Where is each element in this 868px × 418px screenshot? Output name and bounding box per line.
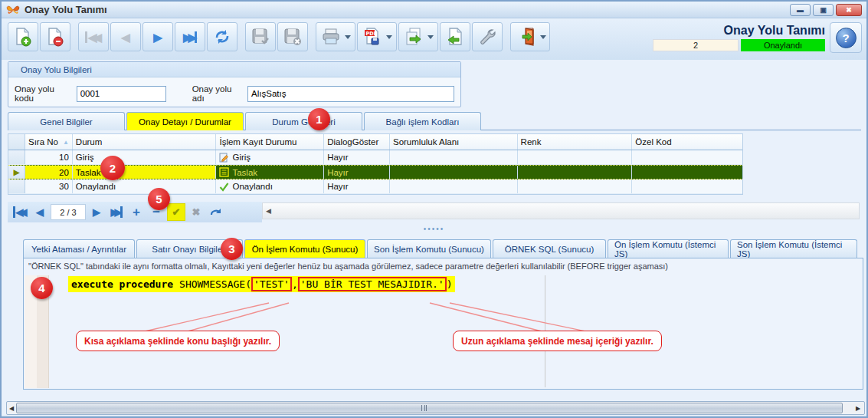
approval-path-info-group: Onay Yolu Bilgileri Onay yolu kodu Onay …: [8, 61, 461, 107]
print-dropdown-icon[interactable]: [345, 35, 351, 39]
annotation-step-5: 5: [148, 188, 170, 210]
app-window: Onay Yolu Tanımı ▬ ▣ ✖: [0, 0, 868, 418]
splitter-grip-icon: •••••: [424, 228, 445, 231]
save-cancel-button[interactable]: [277, 22, 308, 51]
tab-son-islem-sunucu[interactable]: Son İşlem Komutu (Sunucu): [367, 239, 491, 258]
nav-previous-button[interactable]: ◀: [31, 203, 49, 221]
code-arg-title: 'TEST': [251, 277, 292, 291]
sort-asc-icon: ▲: [63, 139, 69, 146]
nav-refresh-button[interactable]: [207, 203, 225, 221]
tab-on-islem-istemci[interactable]: Ön İşlem Komutu (İstemci JS): [608, 239, 729, 258]
panel-splitter[interactable]: •••••: [2, 224, 866, 235]
annotation-step-2: 2: [100, 156, 125, 180]
grid-horizontal-scrollbar[interactable]: ◀: [262, 202, 860, 219]
code-keyword: execute procedure: [71, 278, 173, 290]
close-icon: ✖: [846, 6, 852, 14]
nav-post-button[interactable]: ✔: [167, 203, 185, 221]
check-icon: [219, 182, 229, 192]
save-confirm-icon: [251, 27, 270, 47]
previous-record-icon: ◀: [121, 31, 130, 43]
nav-previous-icon: ◀: [36, 206, 44, 218]
delete-record-icon: [46, 27, 64, 47]
minimize-button[interactable]: ▬: [790, 4, 811, 16]
tab-ornek-sql[interactable]: ÖRNEK SQL (Sunucu): [493, 239, 606, 258]
nav-last-button[interactable]: ▶▶: [107, 203, 126, 221]
titlebar: Onay Yolu Tanımı ▬ ▣ ✖: [2, 2, 866, 18]
record-count-box: 2: [653, 39, 739, 51]
previous-record-button[interactable]: ◀: [110, 22, 141, 51]
name-input[interactable]: [247, 86, 454, 102]
last-record-button[interactable]: ▶▶: [175, 22, 205, 51]
grid-row-onaylandi[interactable]: 30 Onaylandı Onaylandı Hayır: [8, 179, 742, 194]
first-record-button[interactable]: ◀◀: [78, 22, 109, 51]
pdf-icon: PDF: [362, 27, 382, 47]
nav-next-icon: ▶: [93, 206, 100, 218]
maximize-icon: ▣: [820, 6, 827, 14]
copy-record-button[interactable]: [398, 22, 438, 51]
maximize-button[interactable]: ▣: [813, 4, 834, 16]
exit-button[interactable]: [510, 22, 550, 51]
tab-durum-gecisleri[interactable]: Durum Geçişleri: [245, 112, 362, 130]
annotation-step-3: 3: [221, 238, 243, 260]
tab-son-islem-istemci[interactable]: Son İşlem Komutu (İstemci JS): [730, 239, 857, 258]
exit-door-icon: [515, 27, 536, 47]
print-icon: [321, 28, 341, 46]
print-button[interactable]: [316, 22, 355, 51]
confirm-check-icon: ✔: [172, 206, 181, 218]
nav-insert-button[interactable]: +: [127, 203, 146, 221]
wrench-icon: [478, 28, 496, 46]
scroll-left-icon: ◀: [266, 207, 271, 215]
scrollbar-thumb[interactable]: [16, 403, 843, 413]
tab-bagli-islem-kodlari[interactable]: Bağlı işlem Kodları: [364, 112, 481, 130]
grid-header: Sıra No▲ Durum İşlem Kayıt Durumu Dialog…: [8, 134, 742, 150]
close-button[interactable]: ✖: [836, 4, 862, 16]
editor-description: "ÖRNEK SQL" tabındaki ile aynı formatta …: [28, 262, 668, 271]
import-record-button[interactable]: [440, 22, 470, 51]
nav-first-button[interactable]: ◀◀: [11, 203, 29, 221]
svg-text:PDF: PDF: [365, 31, 377, 37]
nav-position: 2 / 3: [51, 204, 86, 220]
delete-record-button[interactable]: [40, 22, 70, 51]
sql-command-line[interactable]: execute procedureSHOWMESSAGE('TEST','BU …: [68, 278, 455, 290]
export-pdf-button[interactable]: PDF: [357, 22, 397, 51]
callout-short-description: Kısa açıklama şeklinde konu başlığı yazı…: [76, 331, 280, 351]
nav-last-icon: ▶▶: [111, 206, 123, 218]
save-confirm-button[interactable]: [245, 22, 276, 51]
copy-dropdown-icon[interactable]: [427, 35, 434, 39]
nav-first-icon: ◀◀: [13, 206, 28, 218]
current-row-icon: ▶: [14, 168, 20, 176]
code-input[interactable]: [77, 86, 166, 102]
command-editor-panel: "ÖRNEK SQL" tabındaki ile aynı formatta …: [23, 258, 863, 390]
tab-genel-bilgiler[interactable]: Genel Bilgiler: [8, 112, 125, 130]
draft-icon: [219, 167, 229, 177]
plus-icon: +: [133, 205, 140, 220]
edit-icon: [219, 153, 229, 163]
main-toolbar: ◀◀ ◀ ▶ ▶▶: [2, 19, 866, 60]
refresh-button[interactable]: [207, 22, 237, 51]
annotation-step-1: 1: [308, 108, 330, 130]
first-record-icon: ◀◀: [85, 31, 102, 43]
window-title: Onay Yolu Tanımı: [25, 4, 107, 15]
code-separator: ,: [292, 278, 298, 290]
tools-button[interactable]: [472, 22, 503, 51]
tab-yetki-atamasi[interactable]: Yetki Ataması / Ayrıntılar: [23, 239, 135, 258]
redo-icon: [210, 207, 222, 218]
pdf-dropdown-icon[interactable]: [386, 35, 392, 39]
import-record-icon: [446, 27, 464, 47]
new-record-button[interactable]: [8, 22, 38, 51]
help-button[interactable]: ?: [830, 22, 862, 53]
next-record-button[interactable]: ▶: [142, 22, 173, 51]
nav-cancel-button[interactable]: ✖: [187, 203, 205, 221]
tab-on-islem-sunucu[interactable]: Ön İşlem Komutu (Sunucu): [244, 239, 365, 258]
tab-onay-detayi-durumlar[interactable]: Onay Detayı / Durumlar: [126, 112, 244, 130]
window-horizontal-scrollbar[interactable]: ◀ ▶: [6, 401, 865, 415]
form-title: Onay Yolu Tanımı: [724, 24, 825, 38]
detail-tab-bar: Yetki Ataması / Ayrıntılar Satır Onayı B…: [23, 239, 866, 258]
nav-next-button[interactable]: ▶: [87, 203, 106, 221]
help-icon: ?: [836, 28, 857, 48]
exit-dropdown-icon[interactable]: [540, 35, 546, 39]
status-badge: Onaylandı: [741, 39, 825, 51]
group-title: Onay Yolu Bilgileri: [8, 62, 460, 77]
code-arg-message: 'BU BİR TEST MESAJIDIR.': [298, 277, 447, 291]
scrollbar-left-icon: ◀: [7, 405, 16, 412]
